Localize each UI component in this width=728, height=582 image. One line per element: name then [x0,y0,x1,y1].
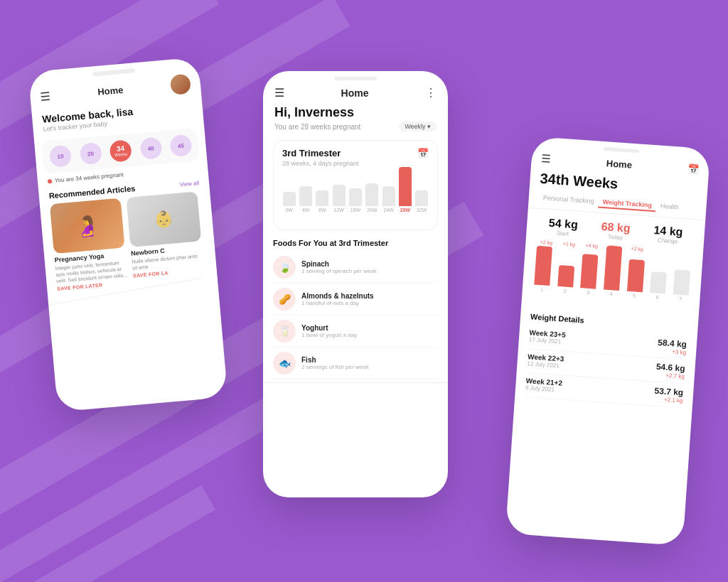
food-spinach[interactable]: 🍃 Spinach 1 serving of spinach per week [273,252,438,284]
bar-chart: 0W 4W 8W 12W 16W 20W [282,173,429,222]
wbar-7-label: 7 [679,296,682,301]
wbar-4: 4 [601,245,623,297]
center-dots-icon[interactable]: ⋮ [425,86,437,99]
bar-0w-bar [283,192,296,206]
wc-label-6 [649,247,670,254]
bar-4w: 4W [299,186,312,212]
pregnant-dot [48,179,53,184]
food-fish[interactable]: 🐟 Fish 2 servings of fish per week [273,347,438,379]
avatar[interactable] [170,74,191,95]
right-phone: ☰ Home 📅 34th Weeks Personal Tracking We… [505,136,710,546]
week-dot-10[interactable]: 10 [49,145,73,168]
trimester-cal-icon[interactable]: 📅 [417,148,429,158]
week-dot-20[interactable]: 20 [79,142,102,166]
weight-kg-3: 53.7 kg [654,386,684,398]
food-almonds-info: Almonds & hazelnuts 1 handful of nuts a … [301,292,438,306]
bar-28w-bar [399,167,412,206]
wc-label-2: +1 kg [558,241,579,247]
food-fish-name: Fish [301,356,438,364]
weight-row-2-left: Week 22+3 12 July 2021 [527,352,564,370]
food-spinach-info: Spinach 1 serving of spinach per week [301,260,438,274]
stat-today: 68 kg Today [600,220,631,242]
bar-20w: 20W [365,183,379,212]
food-fish-info: Fish 2 servings of fish per week [301,356,438,370]
right-title: Home [606,158,632,170]
wbar-6-bar [650,271,667,293]
articles-section: Recommended Articles View all Pregnancy … [38,175,218,296]
weight-change-2: +2.7 kg [655,372,685,380]
right-menu-icon[interactable]: ☰ [541,152,551,166]
food-almonds[interactable]: 🥜 Almonds & hazelnuts 1 handful of nuts … [273,284,438,316]
wbar-3: 3 [579,254,600,296]
food-almonds-name: Almonds & hazelnuts [301,292,438,300]
right-cal-icon[interactable]: 📅 [687,163,700,175]
weight-kg-2: 54.6 kg [655,362,685,374]
center-welcome: Hi, Inverness You are 28 weeks pregnant … [263,102,448,134]
bar-28w: 28W [398,167,412,212]
bar-24w-bar [382,186,395,206]
wbar-3-label: 3 [587,290,589,295]
food-yoghurt[interactable]: 🥛 Yoghurt 1 bowl of yogurt a day [273,316,438,347]
pregnant-text: You are 34 weeks pregnant [55,171,124,183]
food-almonds-desc: 1 handful of nuts a day [301,300,438,306]
bar-32w-bar [415,190,428,206]
wbar-2-label: 2 [563,288,566,293]
article-pregnancy-yoga[interactable]: Pregnancy Yoga Integer justo velit, ferm… [50,198,128,292]
weight-change-3: +2.1 kg [653,396,682,404]
food-yoghurt-desc: 1 bowl of yogurt a day [301,332,438,338]
wc-label-5: +2 kg [626,246,648,252]
food-yoghurt-info: Yoghurt 1 bowl of yogurt a day [301,324,438,338]
weight-change-1: +3 kg [657,347,686,356]
weight-row-1-right: 58.4 kg +3 kg [657,338,687,356]
view-all-link[interactable]: View all [179,180,199,188]
weight-bar-row: 1 2 3 4 5 6 7 [532,246,693,313]
bar-20w-label: 20W [367,208,377,212]
wc-label-7 [672,249,693,255]
stat-start-value: 54 kg [548,217,578,232]
wbar-3-bar [581,254,599,289]
center-bottom-nav: 🏠 🔍 📅 👤 [263,382,448,497]
trimester-subtext: 28 weeks, 4 days pregnant [282,160,429,167]
trimester-card: 3rd Trimester 📅 28 weeks, 4 days pregnan… [273,140,438,230]
week-dot-34-active[interactable]: 34Weeks [109,139,132,163]
bar-28w-label: 28W [400,208,410,212]
bar-24w-label: 24W [383,208,393,212]
center-heading: Hi, Inverness [274,105,437,120]
left-bottom-nav: 🏠 🔍 📅 👤 [34,278,228,412]
food-spinach-desc: 1 serving of spinach per week [301,268,438,274]
center-welcome-row: You are 28 weeks pregnant Weekly ▾ [274,122,437,131]
center-title: Home [341,87,369,99]
week-dot-45[interactable]: 45 [169,134,193,158]
tab-weight-tracking[interactable]: Weight Tracking [598,197,656,212]
left-phone: ☰ Home Welcome back, lisa Let's tracker … [28,57,228,411]
stat-change: 14 kg Change [653,224,683,245]
wbar-5-label: 5 [633,293,636,298]
bar-4w-label: 4W [302,208,310,212]
center-header: ☰ Home ⋮ [263,80,448,102]
wc-label-3: +4 kg [581,242,602,249]
bar-32w-label: 32W [417,208,427,212]
weight-row-2-right: 54.6 kg +2.7 kg [655,362,685,380]
weekly-button[interactable]: Weekly ▾ [399,122,437,131]
wc-label-1: +2 kg [535,239,557,246]
trimester-heading: 3rd Trimester [282,148,341,158]
trimester-card-header: 3rd Trimester 📅 [282,148,429,158]
weight-kg-1: 58.4 kg [658,338,687,350]
wbar-6: 6 [648,271,668,301]
food-spinach-name: Spinach [301,260,438,268]
food-almonds-icon: 🥜 [273,288,296,311]
week-dot-40[interactable]: 40 [139,136,163,160]
wbar-6-label: 6 [655,295,658,300]
article-newborn[interactable]: Newborn C Nulla ullame dictum phar ante … [126,191,204,285]
center-phone: ☰ Home ⋮ Hi, Inverness You are 28 weeks … [263,71,448,497]
foods-heading: Foods For You at 3rd Trimester [273,239,438,247]
tab-health[interactable]: Health [655,200,683,214]
left-title: Home [97,84,124,97]
food-fish-desc: 2 servings of fish per week [301,364,438,370]
tab-personal-tracking[interactable]: Personal Tracking [538,193,599,208]
center-menu-icon[interactable]: ☰ [274,86,284,99]
weight-row-3-left: Week 21+2 6 July 2021 [525,377,563,394]
stat-start: 54 kg Start [548,217,579,238]
food-fish-icon: 🐟 [273,352,296,374]
menu-icon[interactable]: ☰ [40,89,51,103]
